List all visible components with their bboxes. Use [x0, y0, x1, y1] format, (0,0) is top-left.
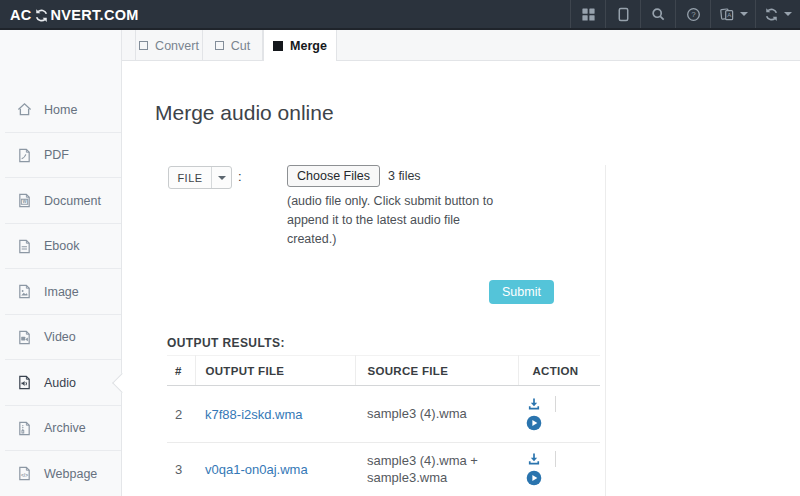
search-button[interactable] — [640, 0, 675, 28]
chevron-down-icon — [784, 12, 792, 16]
play-button[interactable] — [526, 415, 542, 431]
sidebar-item-ebook[interactable]: Ebook — [0, 224, 121, 270]
sidebar-item-audio[interactable]: Audio — [0, 360, 121, 406]
file-input[interactable]: Choose Files 3 files — [287, 165, 421, 187]
webpage-file-icon: </> — [17, 466, 32, 481]
content-divider — [605, 165, 606, 496]
tab-cut[interactable]: Cut — [203, 30, 263, 61]
action-cell — [518, 443, 600, 496]
output-results-table: # OUTPUT FILE SOURCE FILE ACTION 2 k7f88… — [167, 355, 600, 496]
svg-text:?: ? — [691, 10, 696, 19]
language-menu-button[interactable]: A — [710, 0, 755, 28]
svg-text:W: W — [22, 200, 27, 205]
sidebar-item-label: Archive — [44, 421, 86, 435]
ebook-file-icon — [17, 239, 32, 254]
sidebar-item-label: Document — [44, 194, 101, 208]
column-header-source-file: SOURCE FILE — [355, 356, 518, 386]
output-file-link[interactable]: k7f88-i2skd.wma — [205, 407, 303, 422]
word-file-icon: W — [17, 193, 32, 208]
sidebar-item-label: PDF — [44, 148, 69, 162]
page-title: Merge audio online — [155, 101, 334, 125]
refresh-menu-button[interactable] — [755, 0, 800, 28]
mobile-view-button[interactable] — [605, 0, 640, 28]
table-row: 3 v0qa1-on0aj.wma sample3 (4).wma + samp… — [167, 443, 600, 496]
output-results-heading: OUTPUT RESULTS: — [167, 336, 285, 350]
main-content: Merge audio online FILE : Choose Files 3… — [122, 61, 800, 496]
download-button[interactable] — [526, 453, 542, 466]
row-index: 2 — [167, 386, 195, 443]
refresh-icon — [764, 7, 779, 22]
logo[interactable]: AC NVERT.COM — [10, 7, 139, 23]
archive-file-icon — [17, 421, 32, 436]
chevron-down-icon — [218, 176, 226, 180]
tab-cut-label: Cut — [231, 39, 250, 53]
form-note: (audio file only. Click submit button to… — [287, 192, 505, 248]
mode-tabbar: Convert Cut Merge — [122, 30, 800, 61]
tab-merge-label: Merge — [290, 39, 327, 53]
label-separator: : — [238, 169, 242, 184]
logo-text-suffix: NVERT.COM — [51, 7, 139, 23]
sidebar-item-document[interactable]: W Document — [0, 178, 121, 224]
action-divider — [555, 451, 556, 467]
choose-files-button[interactable]: Choose Files — [287, 165, 380, 187]
dropdown-caret — [211, 167, 231, 188]
tab-convert[interactable]: Convert — [135, 30, 203, 61]
table-row: 2 k7f88-i2skd.wma sample3 (4).wma — [167, 386, 600, 443]
apps-button[interactable] — [570, 0, 605, 28]
play-button[interactable] — [526, 470, 542, 486]
output-file-link[interactable]: v0qa1-on0aj.wma — [205, 462, 308, 477]
pdf-file-icon — [17, 148, 32, 163]
tab-merge[interactable]: Merge — [263, 30, 337, 62]
table-header-row: # OUTPUT FILE SOURCE FILE ACTION — [167, 356, 600, 386]
sidebar-item-pdf[interactable]: PDF — [0, 133, 121, 179]
tab-convert-label: Convert — [155, 39, 199, 53]
sidebar-item-label: Ebook — [44, 239, 79, 253]
sidebar-item-label: Audio — [44, 376, 76, 390]
search-icon — [651, 7, 666, 22]
chevron-down-icon — [740, 12, 748, 16]
sidebar-item-image[interactable]: Image — [0, 269, 121, 315]
video-file-icon — [17, 330, 32, 345]
sync-icon — [34, 8, 49, 23]
download-button[interactable] — [526, 398, 542, 411]
sidebar-item-archive[interactable]: Archive — [0, 406, 121, 452]
language-icon: A — [719, 7, 735, 22]
square-filled-icon — [273, 41, 283, 51]
svg-text:</>: </> — [21, 473, 28, 478]
source-file-text: sample3 (4).wma + sample3.wma — [367, 452, 518, 487]
logo-text-prefix: AC — [10, 7, 32, 23]
help-button[interactable]: ? — [675, 0, 710, 28]
sidebar-item-label: Home — [44, 103, 77, 117]
sidebar-item-label: Video — [44, 330, 76, 344]
sidebar-item-webpage[interactable]: </> Webpage — [0, 451, 121, 496]
row-index: 3 — [167, 443, 195, 496]
column-header-action: ACTION — [518, 356, 600, 386]
aconvert-page: AC NVERT.COM — [0, 0, 800, 496]
files-count: 3 files — [388, 169, 421, 183]
apps-grid-icon — [581, 7, 596, 22]
file-type-value: FILE — [169, 167, 211, 188]
column-header-output-file: OUTPUT FILE — [195, 356, 355, 386]
category-sidebar: Home PDF W Document — [0, 30, 122, 496]
home-icon — [17, 102, 32, 117]
square-outline-icon — [139, 41, 148, 50]
tablet-icon — [616, 7, 631, 22]
sidebar-item-label: Image — [44, 285, 79, 299]
source-file-text: sample3 (4).wma — [367, 405, 518, 423]
image-file-icon — [17, 284, 32, 299]
sidebar-item-video[interactable]: Video — [0, 315, 121, 361]
action-cell — [518, 386, 600, 443]
header-icon-bar: ? A — [570, 0, 800, 28]
column-header-index: # — [167, 356, 195, 386]
audio-file-icon — [17, 375, 32, 390]
sidebar-item-home[interactable]: Home — [0, 87, 121, 133]
top-header: AC NVERT.COM — [0, 0, 800, 30]
help-icon: ? — [686, 7, 701, 22]
file-type-dropdown[interactable]: FILE — [168, 166, 232, 189]
action-divider — [555, 396, 556, 412]
square-outline-icon — [215, 41, 224, 50]
sidebar-item-label: Webpage — [44, 467, 97, 481]
submit-button[interactable]: Submit — [489, 280, 554, 304]
